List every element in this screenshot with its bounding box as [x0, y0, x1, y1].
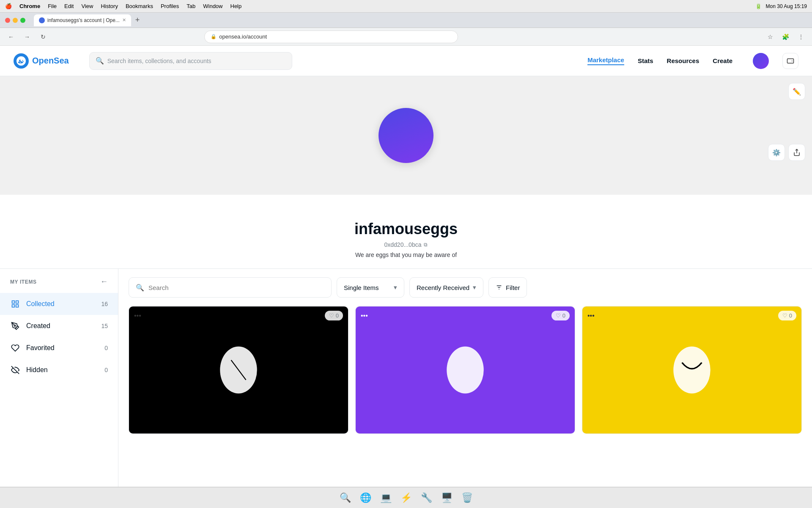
forward-button[interactable]: →: [21, 31, 33, 43]
sidebar-favorited-count: 0: [104, 345, 108, 351]
nav-stats[interactable]: Stats: [638, 57, 653, 64]
sidebar-collected-label: Collected: [26, 300, 55, 308]
close-button[interactable]: [5, 18, 10, 23]
maximize-button[interactable]: [20, 18, 25, 23]
share-button[interactable]: [788, 144, 805, 161]
wallet-button[interactable]: [782, 53, 798, 69]
dock-terminal[interactable]: 💻: [378, 490, 393, 505]
svg-rect-2: [12, 301, 15, 304]
recently-received-dropdown[interactable]: Recently Received ▾: [409, 277, 483, 298]
address-bar: ← → ↻ 🔒 opensea.io/account ☆ 🧩 ⋮: [0, 28, 812, 46]
sidebar-collected-count: 16: [101, 301, 108, 307]
opensea-logo-icon: [14, 53, 29, 69]
macos-menubar: 🍎 Chrome File Edit View History Bookmark…: [0, 0, 812, 13]
items-search-input[interactable]: [148, 284, 324, 291]
profile-info: infamouseggs 0xdd20...0bca ⧉ We are eggs…: [0, 195, 812, 269]
edit-profile-button[interactable]: ✏️: [788, 83, 805, 100]
nav-create[interactable]: Create: [713, 57, 732, 64]
sidebar-created-count: 15: [101, 323, 108, 329]
time-display: Mon 30 Aug 15:19: [766, 3, 807, 9]
items-area: 🔍 Single Items ▾ Recently Received ▾: [118, 269, 812, 487]
nft-card-3-image: [582, 306, 801, 433]
dock-finder[interactable]: 🔍: [337, 490, 353, 505]
user-avatar[interactable]: [753, 53, 769, 69]
macos-dock: 🔍 🌐 💻 ⚡ 🔧 🖥️ 🗑️: [0, 487, 812, 508]
nav-marketplace[interactable]: Marketplace: [587, 56, 624, 65]
dock-flash[interactable]: ⚡: [398, 490, 414, 505]
chrome-menu-button[interactable]: ⋮: [795, 31, 807, 43]
menu-edit[interactable]: Edit: [64, 3, 74, 9]
profile-action-buttons: ⚙️: [768, 144, 805, 161]
sidebar-hidden-count: 0: [104, 367, 108, 373]
tab-favicon: [39, 17, 45, 23]
nav-resources[interactable]: Resources: [667, 57, 700, 64]
opensea-logo[interactable]: OpenSea: [14, 53, 69, 69]
dock-monitor[interactable]: 🖥️: [439, 490, 454, 505]
battery-icon: 🔋: [755, 3, 762, 9]
sidebar-hidden-label: Hidden: [26, 366, 48, 374]
menu-tab[interactable]: Tab: [187, 3, 195, 9]
menu-file[interactable]: File: [48, 3, 57, 9]
dock-settings[interactable]: 🔧: [419, 490, 434, 505]
settings-button[interactable]: ⚙️: [768, 144, 785, 161]
url-text: opensea.io/account: [219, 33, 267, 40]
items-toolbar: 🔍 Single Items ▾ Recently Received ▾: [129, 277, 802, 298]
menu-history[interactable]: History: [101, 3, 118, 9]
sidebar-favorited-label: Favorited: [26, 344, 55, 352]
dock-trash[interactable]: 🗑️: [459, 490, 475, 505]
menu-view[interactable]: View: [81, 3, 93, 9]
nft-card-1[interactable]: ••• ♡ 0: [129, 306, 348, 434]
nft-card-2-menu[interactable]: •••: [361, 312, 368, 320]
menu-profiles[interactable]: Profiles: [161, 3, 179, 9]
menu-bookmarks[interactable]: Bookmarks: [126, 3, 153, 9]
menu-help[interactable]: Help: [230, 3, 242, 9]
nft-card-3-like[interactable]: ♡ 0: [778, 311, 796, 320]
svg-rect-5: [16, 305, 19, 307]
items-search[interactable]: 🔍: [129, 277, 332, 298]
nft-card-1-header: ••• ♡ 0: [129, 306, 348, 325]
filter-button[interactable]: Filter: [488, 277, 527, 298]
svg-rect-0: [787, 58, 794, 63]
app-name[interactable]: Chrome: [19, 3, 40, 9]
page-content: OpenSea 🔍 Marketplace Stats Resources Cr…: [0, 46, 812, 487]
apple-menu[interactable]: 🍎: [5, 3, 12, 9]
nft-card-2-like[interactable]: ♡ 0: [551, 311, 570, 320]
recently-received-label: Recently Received: [417, 284, 469, 291]
nav-search[interactable]: 🔍: [89, 52, 292, 70]
sidebar-item-created[interactable]: Created 15: [0, 315, 118, 337]
sidebar-item-collected[interactable]: Collected 16: [0, 293, 118, 315]
reload-button[interactable]: ↻: [37, 31, 49, 43]
address-text: 0xdd20...0bca: [384, 241, 422, 248]
opensea-navbar: OpenSea 🔍 Marketplace Stats Resources Cr…: [0, 46, 812, 76]
extensions-button[interactable]: 🧩: [780, 31, 792, 43]
menu-window[interactable]: Window: [203, 3, 222, 9]
new-tab-button[interactable]: +: [135, 16, 140, 25]
heart-icon-small-2: ♡: [556, 312, 561, 319]
sidebar-item-hidden[interactable]: Hidden 0: [0, 359, 118, 381]
active-tab[interactable]: infamouseggs's account | Ope... ✕: [34, 14, 131, 26]
copy-address-icon[interactable]: ⧉: [424, 242, 428, 248]
back-button[interactable]: ←: [5, 31, 17, 43]
profile-bio: We are eggs that you may be aware of: [355, 251, 457, 258]
chevron-down-icon: ▾: [394, 284, 397, 291]
nft-card-3-header: ••• ♡ 0: [582, 306, 801, 325]
sidebar-collapse-button[interactable]: ←: [100, 277, 108, 286]
single-items-label: Single Items: [344, 284, 379, 291]
search-input[interactable]: [107, 58, 286, 64]
sidebar-item-favorited[interactable]: Favorited 0: [0, 337, 118, 359]
nft-card-2[interactable]: ••• ♡ 0: [355, 306, 575, 434]
single-items-dropdown[interactable]: Single Items ▾: [337, 277, 404, 298]
profile-address[interactable]: 0xdd20...0bca ⧉: [384, 241, 428, 248]
sidebar: MY ITEMS ← Collected 16: [0, 269, 118, 487]
nft-card-1-like[interactable]: ♡ 0: [325, 311, 343, 320]
sidebar-created-label: Created: [26, 322, 50, 330]
filter-label: Filter: [506, 284, 520, 291]
nft-card-1-menu[interactable]: •••: [134, 312, 141, 320]
nft-card-3-menu[interactable]: •••: [587, 312, 595, 320]
bookmark-button[interactable]: ☆: [765, 31, 776, 43]
nft-card-3[interactable]: ••• ♡ 0: [582, 306, 802, 434]
tab-close-button[interactable]: ✕: [122, 17, 126, 23]
minimize-button[interactable]: [13, 18, 18, 23]
dock-chrome[interactable]: 🌐: [358, 490, 373, 505]
address-input[interactable]: 🔒 opensea.io/account: [204, 30, 458, 43]
